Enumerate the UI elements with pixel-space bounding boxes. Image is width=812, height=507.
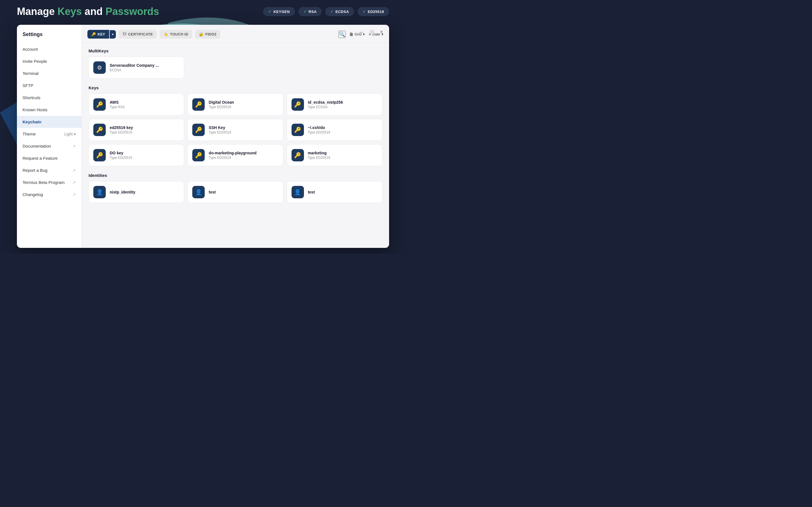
multikeys-card-icon: ⚙ — [93, 61, 106, 74]
identity-card-name: nistp_identity — [110, 190, 179, 194]
badge-ed25519: ✓ ED25519 — [357, 7, 389, 16]
key-card-icon: 🔑 — [292, 124, 304, 136]
identity-card-icon: 👤 — [93, 186, 106, 198]
search-button[interactable]: 🔍 — [338, 31, 346, 38]
key-card-ssh-do[interactable]: 🔑 ~/.ssh/do Type ED25519 — [287, 119, 382, 141]
touchid-icon: 👆 — [163, 32, 168, 36]
identity-card-icon: 👤 — [292, 186, 304, 198]
key-card-digital-ocean[interactable]: 🔑 Digital Ocean Type ED25519 — [188, 94, 283, 115]
key-card-name: ed25519 key — [110, 125, 179, 130]
key-card-name: marketing — [308, 151, 377, 155]
key-card-name: ~/.ssh/do — [308, 125, 377, 130]
toolbar: 🔑 KEY ▾ 🛡 CERTIFICATE 👆 TOUCH ID 🔐 FIDO2… — [82, 25, 389, 43]
fido2-icon: 🔐 — [199, 32, 204, 36]
maximize-button[interactable]: ⬜ — [368, 29, 374, 35]
identity-card-test1[interactable]: 👤 test — [188, 181, 283, 203]
badge-keygen: ✓ KEYGEN — [263, 7, 295, 16]
identity-card-name: test — [209, 190, 278, 194]
multikeys-grid: ⚙ Serverauditor Company ... ECDSA — [89, 57, 382, 78]
badge-rsa: ✓ RSA — [298, 7, 322, 16]
tab-touchid[interactable]: 👆 TOUCH ID — [160, 30, 192, 39]
key-card-icon: 🔑 — [93, 98, 106, 111]
key-icon: 🔑 — [91, 32, 96, 36]
sidebar-item-sftp[interactable]: SFTP — [17, 79, 82, 92]
sidebar-item-report-bug[interactable]: Report a Bug ↗ — [17, 164, 82, 176]
key-card-type: Type ECDSA — [308, 105, 377, 109]
sidebar-item-terminal[interactable]: Terminal — [17, 67, 82, 79]
key-card-icon: 🔑 — [192, 124, 205, 136]
key-card-name: Digital Ocean — [209, 100, 278, 105]
multikeys-section-title: MultiKeys — [89, 48, 382, 53]
sidebar-item-documentation[interactable]: Documentation ↗ — [17, 140, 82, 152]
key-card-name: SSH Key — [209, 125, 278, 130]
tab-key[interactable]: 🔑 KEY ▾ — [87, 30, 116, 39]
multikeys-card-name: Serverauditor Company ... — [110, 63, 179, 68]
key-card-aws[interactable]: 🔑 AWS Type RSA — [89, 94, 184, 115]
header: Manage Keys and Passwords ✓ KEYGEN ✓ RSA… — [17, 6, 389, 17]
tab-certificate[interactable]: 🛡 CERTIFICATE — [119, 30, 157, 39]
identity-card-name: test — [308, 190, 377, 194]
key-card-ssh-key[interactable]: 🔑 SSH Key Type ED25519 — [188, 119, 283, 141]
external-link-icon: ↗ — [72, 180, 76, 185]
key-card-type: Type ED25519 — [209, 105, 278, 109]
badge-ecdsa: ✓ ECDSA — [325, 7, 354, 16]
identity-card-test2[interactable]: 👤 test — [287, 181, 382, 203]
keys-section-title: Keys — [89, 86, 382, 90]
key-card-marketing[interactable]: 🔑 marketing Type ED25519 — [287, 144, 382, 166]
tab-fido2[interactable]: 🔐 FIDO2 — [195, 30, 220, 39]
key-card-icon: 🔑 — [93, 149, 106, 161]
main-content: 🔑 KEY ▾ 🛡 CERTIFICATE 👆 TOUCH ID 🔐 FIDO2… — [82, 25, 389, 248]
multikeys-card-type: ECDSA — [110, 68, 179, 72]
key-card-id-ecdsa[interactable]: 🔑 id_ecdsa_nistp256 Type ECDSA — [287, 94, 382, 115]
key-card-icon: 🔑 — [93, 124, 106, 136]
page-title: Manage Keys and Passwords — [17, 6, 159, 17]
sidebar-item-request-feature[interactable]: Request a Feature — [17, 152, 82, 164]
content-area: MultiKeys ⚙ Serverauditor Company ... EC… — [82, 43, 389, 248]
identities-grid: 👤 nistp_identity 👤 test 👤 test — [89, 181, 382, 203]
key-card-do-marketing[interactable]: 🔑 do-marketing-playground Type ED25519 — [188, 144, 283, 166]
key-card-type: Type ED25519 — [308, 156, 377, 160]
sidebar-item-known-hosts[interactable]: Known Hosts — [17, 104, 82, 116]
key-card-type: Type ED25519 — [110, 130, 179, 134]
minimize-button[interactable]: — — [358, 29, 364, 35]
external-link-icon: ↗ — [72, 168, 76, 173]
multikeys-card-serverauditor[interactable]: ⚙ Serverauditor Company ... ECDSA — [89, 57, 184, 78]
window-controls: ⌄ — ⬜ ✕ — [348, 29, 385, 35]
close-button[interactable]: ✕ — [378, 29, 385, 35]
key-card-type: Type ED25519 — [308, 130, 377, 134]
key-card-name: id_ecdsa_nistp256 — [308, 100, 377, 105]
sidebar-item-changelog[interactable]: Changelog ↗ — [17, 188, 82, 201]
sidebar-item-keychain[interactable]: Keychain — [17, 116, 82, 128]
collapse-button[interactable]: ⌄ — [348, 29, 354, 35]
key-card-icon: 🔑 — [292, 149, 304, 161]
keys-grid: 🔑 AWS Type RSA 🔑 Digital Ocean Type ED25… — [89, 94, 382, 166]
key-card-icon: 🔑 — [192, 98, 205, 111]
key-card-type: Type ED25519 — [209, 156, 278, 160]
identity-card-nistp[interactable]: 👤 nistp_identity — [89, 181, 184, 203]
key-card-type: Type ED25519 — [209, 130, 278, 134]
sidebar: Settings Account Invite People Terminal … — [17, 25, 82, 248]
key-card-ed25519[interactable]: 🔑 ed25519 key Type ED25519 — [89, 119, 184, 141]
key-card-icon: 🔑 — [292, 98, 304, 111]
key-card-name: AWS — [110, 100, 179, 105]
sidebar-title: Settings — [17, 29, 82, 43]
key-card-name: do-marketing-playground — [209, 151, 278, 155]
key-dropdown-button[interactable]: ▾ — [110, 30, 116, 39]
sidebar-item-shortcuts[interactable]: Shortcuts — [17, 92, 82, 104]
key-card-name: DO key — [110, 151, 179, 155]
sidebar-item-theme[interactable]: Theme Light ▾ — [17, 128, 82, 140]
key-card-type: Type RSA — [110, 105, 179, 109]
key-card-do-key[interactable]: 🔑 DO key Type ED25519 — [89, 144, 184, 166]
sidebar-item-account[interactable]: Account — [17, 43, 82, 55]
sidebar-item-beta-program[interactable]: Termius Beta Program ↗ — [17, 176, 82, 188]
identity-card-icon: 👤 — [192, 186, 205, 198]
key-card-icon: 🔑 — [192, 149, 205, 161]
header-badges: ✓ KEYGEN ✓ RSA ✓ ECDSA ✓ ED25519 — [263, 7, 389, 16]
key-card-type: Type ED25519 — [110, 156, 179, 160]
certificate-icon: 🛡 — [123, 32, 126, 36]
identities-section-title: Identities — [89, 173, 382, 178]
external-link-icon: ↗ — [72, 144, 76, 149]
sidebar-item-invite-people[interactable]: Invite People — [17, 55, 82, 67]
settings-modal: ⌄ — ⬜ ✕ Settings Account Invite People T… — [17, 25, 389, 248]
external-link-icon: ↗ — [72, 192, 76, 197]
